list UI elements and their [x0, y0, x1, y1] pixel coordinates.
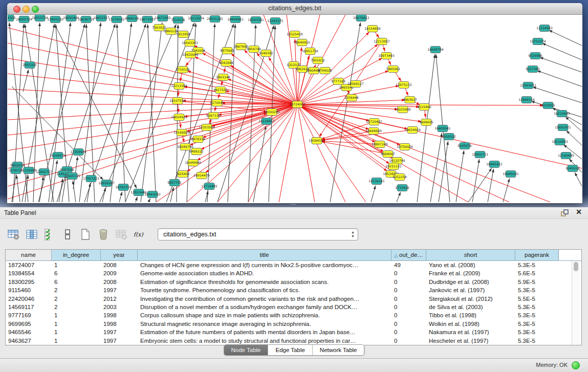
graph-node[interactable]: 15276102 — [108, 16, 125, 23]
graph-node[interactable]: 11242375 — [267, 18, 284, 25]
graph-node[interactable]: 2336444 — [344, 95, 359, 101]
table-scrollbar-thumb[interactable] — [574, 262, 578, 271]
table-selector-dropdown[interactable]: citations_edges.txt ▲▼ — [158, 228, 358, 240]
graph-node[interactable]: 18133074 — [188, 15, 204, 22]
table-row[interactable]: 1872400712008Changes of HCN gene express… — [6, 261, 581, 269]
graph-node[interactable]: 19166829 — [173, 129, 190, 136]
graph-node[interactable]: 9329966 — [528, 53, 542, 59]
graph-node[interactable]: 18943050 — [144, 191, 161, 198]
graph-node[interactable]: 15134457 — [258, 118, 275, 125]
graph-node[interactable]: 16782759 — [115, 184, 132, 191]
graph-node[interactable]: 8267130 — [206, 113, 221, 119]
graph-node[interactable]: 24055724 — [16, 16, 32, 23]
graph-node[interactable]: 16210643 — [554, 111, 570, 117]
delete-attribute-icon[interactable] — [97, 228, 110, 241]
graph-node[interactable]: 9170041 — [210, 100, 224, 106]
graph-node[interactable]: 10945031 — [503, 171, 519, 178]
graph-node[interactable]: 15692971 — [555, 124, 571, 131]
new-table-icon[interactable] — [79, 228, 92, 241]
table-row[interactable]: 2242004622012Investigating the contribut… — [6, 295, 581, 303]
graph-node[interactable]: 16543381 — [248, 17, 264, 24]
graph-node[interactable]: 16154838 — [364, 26, 381, 32]
graph-node[interactable]: 9463627 — [403, 97, 417, 103]
select-columns-icon[interactable] — [43, 228, 56, 241]
graph-node[interactable]: 1894305 — [8, 15, 16, 21]
table-row[interactable]: 911546021997Tourette syndrome. Phenomeno… — [6, 286, 581, 294]
graph-node[interactable]: 9146382 — [259, 50, 273, 57]
graph-node[interactable]: 12093872 — [520, 82, 536, 89]
graph-node[interactable]: 12444154 — [518, 97, 535, 103]
network-window[interactable]: citations_edges.txt 18724007756382289601… — [7, 3, 582, 203]
graph-node[interactable]: 12213957 — [374, 38, 390, 45]
graph-node[interactable]: 7955812 — [311, 57, 325, 64]
table-row[interactable]: 1456911722003Disruption of a novel membe… — [6, 303, 581, 311]
memory-indicator-icon[interactable] — [572, 361, 580, 369]
graph-node[interactable]: 20531205 — [207, 16, 223, 23]
window-titlebar[interactable]: citations_edges.txt — [7, 3, 582, 15]
graph-node[interactable]: 19654923 — [171, 114, 187, 121]
graph-node[interactable]: 8498222 — [189, 148, 204, 155]
graph-node[interactable]: 10025488 — [395, 106, 411, 113]
table-row[interactable]: 946554611997Estimation of the future num… — [6, 328, 581, 336]
graph-node[interactable]: 8466160 — [125, 15, 139, 22]
column-header-year[interactable]: year — [101, 250, 138, 260]
graph-node[interactable]: 9427552 — [213, 87, 228, 94]
graph-node[interactable]: 7485063 — [386, 66, 400, 73]
graph-node[interactable]: 20553724 — [32, 15, 48, 21]
graph-node[interactable]: 9857791 — [167, 180, 182, 186]
graph-node[interactable]: 9245012 — [565, 165, 580, 172]
graph-node[interactable]: 10671935 — [139, 16, 156, 23]
graph-node[interactable]: 9777169 — [331, 78, 345, 85]
graph-node[interactable]: 14136141 — [368, 178, 385, 185]
graph-node[interactable]: 12353594 — [199, 124, 215, 131]
graph-node[interactable]: 2667608 — [234, 43, 248, 50]
graph-node[interactable]: 16671955 — [155, 15, 171, 21]
function-builder-icon[interactable]: f(x) — [133, 228, 146, 241]
column-header-title[interactable]: title — [138, 250, 391, 260]
column-header-in-degree[interactable]: in_degree — [52, 250, 101, 260]
graph-node[interactable]: 9684067 — [381, 151, 395, 158]
graph-node[interactable]: 18640910 — [294, 39, 310, 46]
graph-node[interactable]: 20691406 — [63, 15, 79, 21]
graph-node[interactable]: 1733426 — [395, 185, 409, 191]
graph-node[interactable]: 5912954 — [176, 31, 190, 38]
column-header-out-degree[interactable]: △out_de… — [391, 250, 426, 260]
table-row[interactable]: 946362711997Embryonic stem cells: a mode… — [6, 337, 581, 345]
graph-node[interactable]: 8938102 — [442, 134, 456, 140]
graph-node[interactable]: 19756928 — [397, 144, 413, 150]
close-panel-icon[interactable]: ✕ — [576, 208, 582, 216]
table-settings-icon[interactable] — [7, 228, 20, 241]
table-scrollbar[interactable] — [572, 261, 580, 345]
table-row[interactable]: 1830029562008Estimation of significance … — [6, 278, 581, 286]
graph-node[interactable]: 9242844 — [219, 60, 233, 67]
graph-node[interactable]: 11124563 — [536, 25, 553, 32]
graph-node[interactable]: 16409541 — [434, 125, 451, 132]
graph-node[interactable]: 13505135 — [64, 173, 80, 180]
tab-edge-table[interactable]: Edge Table — [268, 345, 312, 355]
column-header-name[interactable]: name — [6, 250, 52, 260]
table-row[interactable]: 977716911998Corpus callosum shape and si… — [6, 311, 581, 319]
graph-node[interactable]: 1252254 — [393, 174, 407, 181]
graph-node[interactable]: 8878334 — [191, 136, 205, 143]
graph-node[interactable]: 8215955 — [541, 102, 555, 109]
graph-node[interactable]: 15720407 — [366, 119, 382, 125]
column-header-pagerank[interactable]: pagerank — [515, 250, 559, 260]
graph-node[interactable]: 10688809 — [365, 128, 382, 135]
graph-node[interactable]: 10210643 — [552, 139, 568, 145]
row-height-icon[interactable] — [61, 228, 74, 241]
graph-node[interactable]: 19654924 — [404, 127, 421, 134]
graph-node[interactable]: 9145876 — [458, 143, 472, 149]
graph-node[interactable]: 9227343 — [526, 66, 540, 73]
graph-node[interactable]: 18107554 — [169, 98, 186, 104]
graph-node[interactable]: 17405520 — [47, 16, 63, 23]
graph-node[interactable]: 15716485 — [201, 183, 217, 190]
graph-node[interactable]: 10973493 — [378, 53, 395, 59]
graph-node[interactable]: 19384554 — [309, 138, 325, 144]
graph-node[interactable]: 2803144 — [216, 74, 230, 81]
graph-node[interactable]: 16049948 — [185, 160, 201, 166]
graph-node[interactable]: 12975115 — [396, 82, 412, 89]
graph-node[interactable]: 2055305 — [23, 62, 37, 69]
graph-node[interactable]: 17957223 — [83, 176, 99, 182]
graph-node[interactable]: 10653327 — [93, 15, 110, 21]
graph-node[interactable]: 19404963 — [227, 16, 244, 23]
